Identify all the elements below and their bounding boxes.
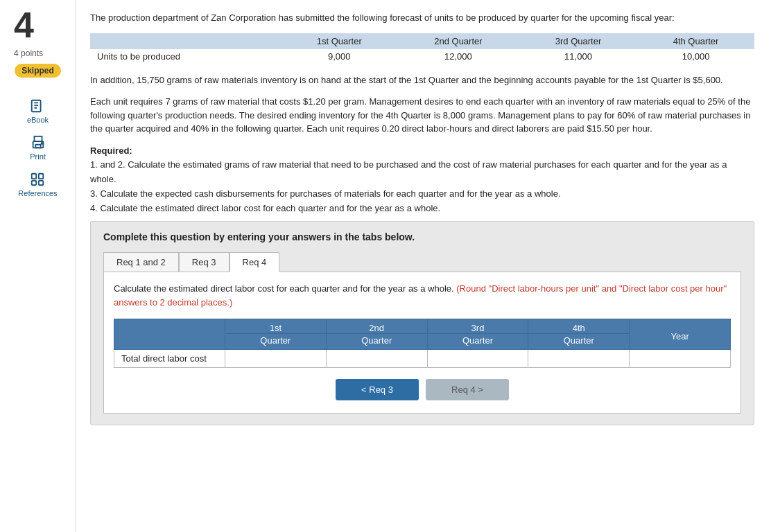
svg-rect-6 bbox=[39, 174, 43, 179]
input-labor-q1[interactable] bbox=[232, 353, 319, 364]
additional-info: In addition, 15,750 grams of raw materia… bbox=[90, 73, 754, 87]
svg-rect-1 bbox=[34, 136, 42, 141]
col-1st-quarter: 1st Quarter bbox=[281, 33, 397, 49]
cell-q1-units: 9,000 bbox=[281, 49, 397, 64]
cell-q2-units: 12,000 bbox=[397, 49, 519, 64]
col-header-year: Year bbox=[630, 319, 731, 350]
cell-labor-q3[interactable] bbox=[427, 350, 528, 368]
skipped-badge: Skipped bbox=[15, 64, 61, 78]
print-label: Print bbox=[30, 152, 46, 161]
required-item-3: 3. Calculate the expected cash disbursem… bbox=[90, 188, 561, 199]
col-header-4th: 4th bbox=[528, 319, 630, 334]
units-table: 1st Quarter 2nd Quarter 3rd Quarter 4th … bbox=[90, 33, 754, 64]
ebook-button[interactable]: eBook bbox=[27, 98, 49, 124]
input-labor-q2[interactable] bbox=[333, 353, 420, 364]
col-subheader-q2: Quarter bbox=[326, 334, 427, 350]
col-header-3rd: 3rd bbox=[427, 319, 528, 334]
input-labor-q4[interactable] bbox=[535, 353, 622, 364]
cell-labor-q2[interactable] bbox=[326, 350, 427, 368]
cell-labor-year[interactable] bbox=[630, 350, 731, 368]
problem-intro: The production department of Zan Corpora… bbox=[90, 11, 754, 25]
cell-labor-q4[interactable] bbox=[528, 350, 630, 368]
col-2nd-quarter: 2nd Quarter bbox=[397, 33, 519, 49]
table-row: Total direct labor cost bbox=[114, 350, 731, 368]
req4-data-table: 1st 2nd 3rd 4th Year Quarter Quarter Qua… bbox=[114, 319, 731, 368]
row-label-total-labor: Total direct labor cost bbox=[114, 350, 225, 368]
print-button[interactable]: Print bbox=[30, 135, 46, 161]
required-section: Required: 1. and 2. Calculate the estima… bbox=[90, 144, 754, 216]
complete-box-title: Complete this question by entering your … bbox=[103, 231, 741, 242]
row-units-label: Units to be produced bbox=[90, 49, 281, 64]
col-header-2nd: 2nd bbox=[326, 319, 427, 334]
svg-point-4 bbox=[41, 143, 42, 144]
col-subheader-q3: Quarter bbox=[427, 334, 528, 350]
tab-req1and2[interactable]: Req 1 and 2 bbox=[103, 252, 179, 272]
references-button[interactable]: References bbox=[18, 172, 57, 197]
col-header-empty bbox=[114, 319, 225, 350]
ebook-label: eBook bbox=[27, 116, 49, 124]
complete-box: Complete this question by entering your … bbox=[90, 221, 754, 425]
required-label: Required: bbox=[90, 145, 132, 156]
input-labor-year[interactable] bbox=[636, 353, 723, 364]
tab-content-req4: Calculate the estimated direct labor cos… bbox=[103, 272, 741, 414]
svg-rect-7 bbox=[32, 181, 36, 185]
cell-labor-q1[interactable] bbox=[225, 350, 327, 368]
req4-instruction: Calculate the estimated direct labor cos… bbox=[114, 282, 731, 309]
problem-details: Each unit requires 7 grams of raw materi… bbox=[90, 95, 754, 136]
tab-req3[interactable]: Req 3 bbox=[179, 252, 229, 272]
cell-q4-units: 10,000 bbox=[637, 49, 754, 64]
references-label: References bbox=[18, 189, 57, 197]
tab-req4[interactable]: Req 4 bbox=[229, 252, 280, 272]
cell-q3-units: 11,000 bbox=[519, 49, 637, 64]
required-item-4: 4. Calculate the estimated direct labor … bbox=[90, 203, 440, 213]
prev-button[interactable]: < Req 3 bbox=[336, 379, 419, 400]
points-label: 4 points bbox=[0, 48, 43, 58]
next-button[interactable]: Req 4 > bbox=[426, 379, 509, 400]
tabs-container: Req 1 and 2 Req 3 Req 4 bbox=[103, 252, 741, 272]
col-header-1st: 1st bbox=[225, 319, 327, 334]
required-item-1: 1. and 2. Calculate the estimated grams … bbox=[90, 159, 727, 184]
question-number: 4 bbox=[0, 7, 34, 43]
col-3rd-quarter: 3rd Quarter bbox=[519, 33, 637, 49]
svg-rect-5 bbox=[32, 174, 36, 179]
input-labor-q3[interactable] bbox=[435, 353, 521, 364]
col-4th-quarter: 4th Quarter bbox=[637, 33, 754, 49]
col-subheader-q1: Quarter bbox=[225, 334, 327, 350]
svg-rect-8 bbox=[39, 181, 43, 185]
svg-rect-3 bbox=[35, 145, 40, 148]
col-subheader-q4: Quarter bbox=[528, 334, 630, 350]
nav-buttons: < Req 3 Req 4 > bbox=[114, 379, 731, 400]
